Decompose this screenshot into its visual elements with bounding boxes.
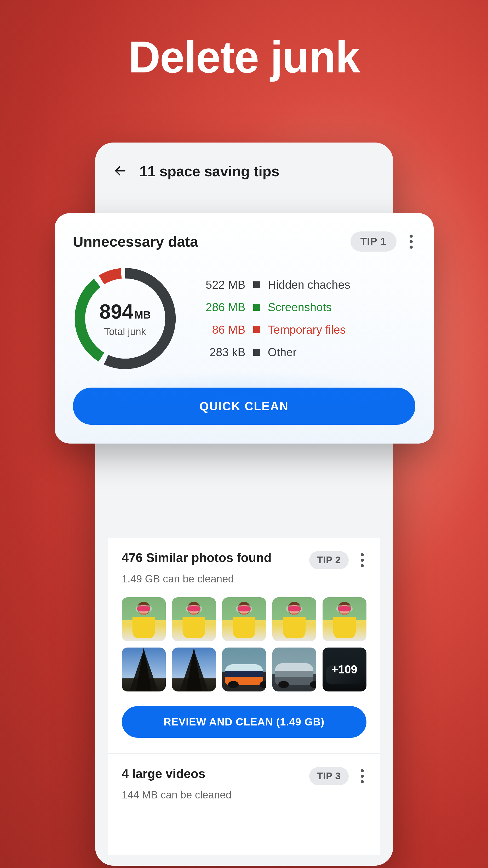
legend-label: Screenshots — [268, 301, 332, 314]
kebab-menu-icon[interactable] — [407, 232, 415, 251]
tip2-subtitle: 1.49 GB can be cleaned — [122, 573, 366, 585]
tip2-title: 476 Similar photos found — [122, 551, 271, 565]
photo-thumbnail[interactable] — [172, 648, 216, 691]
quick-clean-button[interactable]: QUICK CLEAN — [73, 388, 415, 425]
photo-thumbnail-grid: +109 — [122, 597, 366, 691]
donut-total-value: 894 — [99, 300, 133, 323]
hero-title: Delete junk — [0, 31, 488, 83]
legend-label: Hidden chaches — [268, 278, 351, 291]
tip3-badge: TIP 3 — [309, 767, 349, 785]
legend-size: 283 kB — [196, 346, 246, 359]
tip2-badge: TIP 2 — [309, 551, 349, 569]
more-count-overlay: +109 — [323, 648, 366, 691]
photo-thumbnail[interactable] — [122, 597, 166, 641]
app-header: 11 space saving tips — [95, 143, 393, 190]
kebab-menu-icon[interactable] — [358, 767, 366, 786]
legend-swatch-icon — [253, 327, 260, 333]
legend-swatch-icon — [253, 281, 260, 288]
legend-label: Other — [268, 346, 297, 359]
photo-thumbnail[interactable] — [323, 597, 366, 641]
photo-thumbnail[interactable] — [122, 648, 166, 691]
photo-thumbnail-more[interactable]: +109 — [323, 648, 366, 691]
legend: 522 MB Hidden chaches 286 MB Screenshots… — [196, 278, 415, 359]
legend-swatch-icon — [253, 349, 260, 356]
page-title: 11 space saving tips — [139, 163, 280, 180]
tip-card-unnecessary-data: Unnecessary data TIP 1 894MB Total junk — [55, 213, 434, 443]
tip1-title: Unnecessary data — [73, 233, 198, 250]
photo-thumbnail[interactable] — [222, 648, 266, 691]
donut-total-label: Total junk — [99, 326, 151, 337]
photo-thumbnail[interactable] — [272, 648, 316, 691]
photo-thumbnail[interactable] — [272, 597, 316, 641]
tip-card-large-videos: 4 large videos TIP 3 144 MB can be clean… — [108, 753, 380, 855]
legend-size: 86 MB — [196, 323, 246, 336]
legend-row: 283 kB Other — [196, 346, 415, 359]
tip-card-similar-photos: 476 Similar photos found TIP 2 1.49 GB c… — [108, 538, 380, 753]
legend-row: 286 MB Screenshots — [196, 301, 415, 314]
review-and-clean-button[interactable]: REVIEW AND CLEAN (1.49 GB) — [122, 706, 366, 738]
legend-row: 522 MB Hidden chaches — [196, 278, 415, 291]
kebab-menu-icon[interactable] — [358, 551, 366, 570]
donut-chart: 894MB Total junk — [73, 266, 177, 371]
legend-label: Temporary files — [268, 323, 346, 336]
donut-total-unit: MB — [134, 309, 151, 321]
tip1-badge: TIP 1 — [351, 231, 396, 252]
legend-size: 286 MB — [196, 301, 246, 314]
photo-thumbnail[interactable] — [222, 597, 266, 641]
legend-row: 86 MB Temporary files — [196, 323, 415, 336]
photo-thumbnail[interactable] — [172, 597, 216, 641]
back-icon[interactable] — [113, 164, 127, 179]
legend-swatch-icon — [253, 304, 260, 311]
tip3-subtitle: 144 MB can be cleaned — [122, 789, 366, 801]
legend-size: 522 MB — [196, 278, 246, 291]
tip3-title: 4 large videos — [122, 767, 205, 781]
